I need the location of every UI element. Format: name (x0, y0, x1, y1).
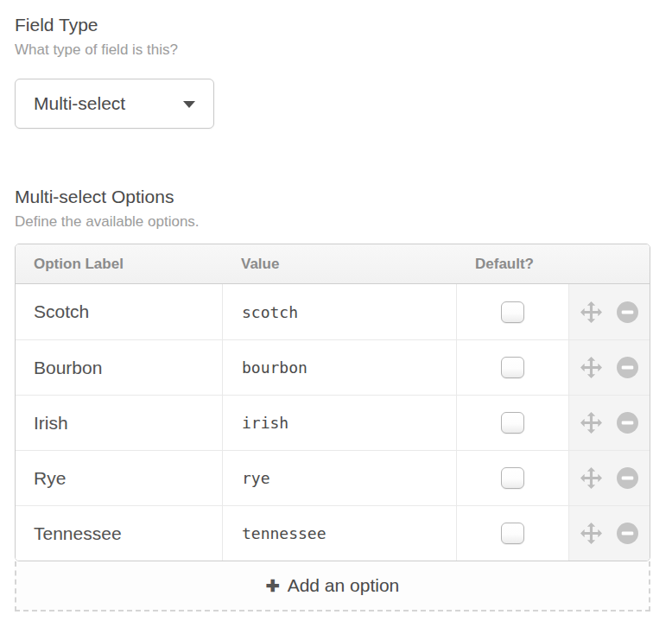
table-header-row: Option Label Value Default? (16, 244, 650, 284)
chevron-down-icon (183, 101, 195, 108)
default-checkbox[interactable] (501, 357, 524, 378)
remove-option-icon[interactable] (617, 467, 638, 489)
column-header-value: Value (222, 244, 456, 284)
option-label-text: Scotch (34, 301, 89, 321)
move-handle-icon[interactable] (580, 412, 602, 434)
remove-option-icon[interactable] (617, 301, 638, 323)
option-default-cell (456, 284, 568, 339)
default-checkbox[interactable] (501, 301, 524, 323)
option-value-cell: irish (222, 395, 456, 450)
option-value-text: bourbon (242, 358, 307, 377)
table-row: Irish irish (16, 395, 650, 450)
options-title: Multi-select Options (15, 187, 650, 207)
move-handle-icon[interactable] (580, 301, 602, 323)
plus-icon: ✚ (266, 576, 280, 596)
field-type-title: Field Type (15, 15, 650, 35)
move-handle-icon[interactable] (580, 357, 602, 378)
option-value-text: rye (242, 469, 270, 487)
table-row: Scotch scotch (16, 284, 650, 339)
table-row: Rye rye (16, 450, 650, 505)
option-actions-cell (568, 395, 650, 450)
option-label-cell: Tennessee (16, 505, 222, 561)
option-default-cell (456, 395, 568, 450)
option-label-cell: Rye (16, 450, 222, 505)
option-default-cell (456, 505, 568, 561)
option-label-text: Tennessee (34, 523, 122, 543)
field-type-dropdown-value: Multi-select (34, 93, 125, 114)
option-label-text: Irish (34, 413, 68, 433)
move-handle-icon[interactable] (580, 523, 602, 544)
field-type-dropdown[interactable]: Multi-select (15, 79, 214, 129)
option-value-text: scotch (242, 303, 298, 321)
option-value-cell: rye (222, 450, 456, 505)
default-checkbox[interactable] (501, 412, 524, 434)
option-label-cell: Irish (16, 395, 222, 450)
option-value-cell: scotch (222, 284, 456, 339)
options-table: Option Label Value Default? Scotch scotc… (16, 244, 650, 561)
remove-option-icon[interactable] (617, 523, 638, 544)
column-header-default: Default? (456, 244, 568, 284)
option-actions-cell (568, 339, 650, 395)
table-row: Tennessee tennessee (16, 505, 650, 561)
default-checkbox[interactable] (501, 467, 524, 489)
add-option-label: Add an option (288, 575, 400, 596)
option-default-cell (456, 450, 568, 505)
column-header-option-label: Option Label (16, 244, 222, 284)
option-value-cell: bourbon (222, 339, 456, 395)
option-actions-cell (568, 505, 650, 561)
option-actions-cell (568, 284, 650, 339)
option-actions-cell (568, 450, 650, 505)
option-value-cell: tennessee (222, 505, 456, 561)
options-table-container: Option Label Value Default? Scotch scotc… (15, 244, 650, 561)
table-row: Bourbon bourbon (16, 339, 650, 395)
move-handle-icon[interactable] (580, 467, 602, 489)
default-checkbox[interactable] (501, 523, 524, 544)
option-label-cell: Bourbon (16, 339, 222, 395)
form-builder-page: Field Type What type of field is this? M… (0, 0, 650, 611)
options-description: Define the available options. (15, 213, 650, 231)
add-option-button[interactable]: ✚ Add an option (15, 561, 650, 611)
column-header-actions (568, 244, 650, 284)
options-section: Multi-select Options Define the availabl… (15, 187, 650, 611)
remove-option-icon[interactable] (617, 412, 638, 434)
option-label-text: Bourbon (34, 358, 102, 377)
option-value-text: tennessee (242, 524, 326, 542)
remove-option-icon[interactable] (617, 357, 638, 378)
option-value-text: irish (242, 414, 288, 432)
field-type-description: What type of field is this? (15, 41, 650, 59)
option-label-text: Rye (34, 468, 66, 488)
option-label-cell: Scotch (16, 284, 222, 339)
field-type-section: Field Type What type of field is this? M… (15, 15, 650, 129)
option-default-cell (456, 339, 568, 395)
